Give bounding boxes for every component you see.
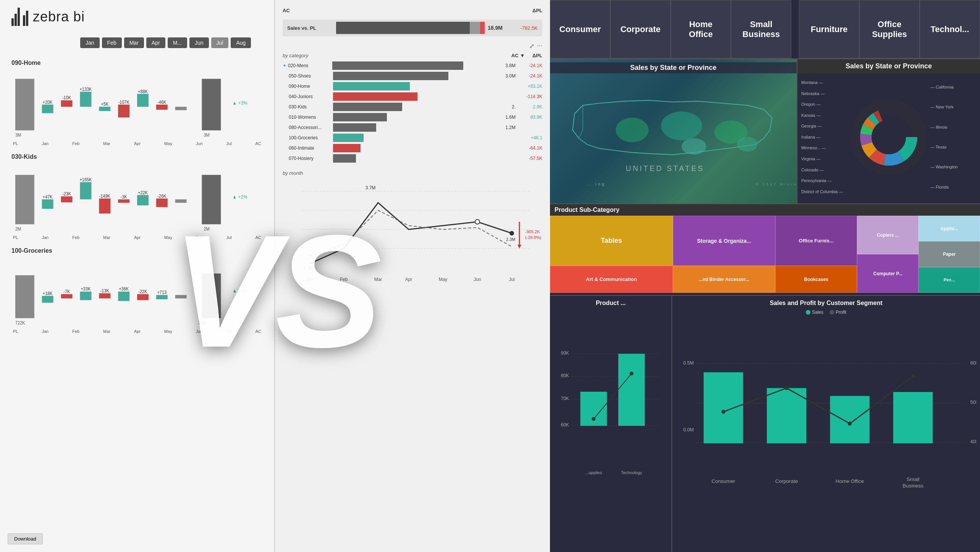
donut-section: Sales by State or Province Montana — Neb… [797, 59, 980, 203]
cat-delta-5: 83.9K [516, 115, 542, 120]
month-jan[interactable]: Jan [80, 37, 100, 48]
svg-rect-21 [42, 199, 53, 209]
svg-rect-35 [175, 199, 187, 203]
tm-paper: Paper [919, 241, 980, 267]
svg-rect-36 [202, 175, 221, 224]
waterfall-kids: +47K -23K +165K -149K -3K +22K -26K ▲ +2… [11, 164, 263, 233]
svg-text:...ing: ...ing [587, 182, 606, 186]
tm-applia: Applia... [919, 216, 980, 241]
cat-delta-0: -24.1K [516, 63, 542, 68]
cat-bar-4 [333, 103, 487, 111]
svg-text:Corporate: Corporate [775, 478, 798, 484]
legend-sales-dot [806, 310, 810, 315]
svg-rect-1 [42, 105, 53, 113]
svg-text:Feb: Feb [340, 277, 348, 282]
download-button[interactable]: Download [8, 533, 43, 544]
legend-row: Sales Profit [676, 310, 976, 315]
category-label-kids: 030-Kids [11, 153, 263, 160]
svg-rect-124 [893, 392, 933, 443]
filter-office-supplies-label: Office Supplies [864, 19, 915, 39]
tm-computer-p: Computer P... [857, 254, 919, 293]
svg-rect-23 [61, 196, 73, 202]
cat-name-0: 020-Mens [288, 63, 330, 68]
filter-office-supplies[interactable]: Office Supplies [859, 0, 920, 58]
svg-point-66 [509, 231, 514, 236]
svg-text:+36K: +36K [119, 286, 129, 292]
svg-rect-40 [15, 275, 34, 318]
svg-text:-149K: -149K [99, 193, 110, 199]
svg-text:+165K: +165K [79, 177, 92, 182]
svg-text:▲ +2%: ▲ +2% [232, 194, 247, 200]
filter-small-business[interactable]: Small Business [731, 0, 791, 58]
svg-text:-26K: -26K [157, 193, 166, 199]
category-030-kids: 030-Kids +47K -23K +165K -149K -3K +22K … [11, 153, 263, 240]
cat-delta-1: -24.1K [516, 73, 542, 79]
legend-sales: Sales [806, 310, 823, 315]
tm-copiers: Copiers ... [857, 216, 919, 254]
month-aug[interactable]: Aug [231, 37, 251, 48]
svg-text:Apr: Apr [405, 277, 412, 282]
filter-small-business-label: Small Business [742, 19, 780, 39]
cat-bar-6 [333, 123, 487, 132]
bar-chart-title: Product ... [554, 300, 668, 307]
filter-corporate[interactable]: Corporate [610, 0, 671, 58]
svg-rect-47 [99, 293, 110, 299]
svg-rect-43 [61, 294, 73, 299]
month-mar[interactable]: Mar [124, 37, 144, 48]
cat-name-6: 080-Accessori... [289, 125, 331, 130]
cat-row-4: 030-Kids 2. 2.9K [283, 103, 542, 111]
month-apr[interactable]: Apr [146, 37, 165, 48]
cat-val-5: 1.6M [489, 115, 516, 120]
svg-rect-33 [156, 199, 168, 207]
month-feb[interactable]: Feb [102, 37, 122, 48]
svg-text:60K: 60K [970, 360, 976, 366]
waterfall-groceries: +18K -7K +33K -13K +36K -22K +713 ▲ +6% … [11, 258, 263, 327]
svg-text:+5K: +5K [101, 102, 108, 107]
month-filter-row: Jan Feb Mar Apr M... Jun Jul Aug [80, 37, 263, 48]
svg-text:+20K: +20K [43, 99, 53, 105]
more-options-icon[interactable]: ··· [537, 42, 542, 50]
svg-point-65 [475, 220, 480, 224]
svg-point-109 [592, 417, 595, 421]
month-may[interactable]: M... [168, 37, 187, 48]
svg-text:+713: +713 [157, 290, 167, 295]
ac-dropdown[interactable]: AC ▼ [511, 53, 525, 58]
month-jun[interactable]: Jun [189, 37, 209, 48]
svg-rect-49 [118, 292, 129, 301]
svg-text:Home Office: Home Office [836, 478, 864, 484]
svg-text:40K: 40K [970, 439, 976, 444]
svg-text:-905.2K: -905.2K [525, 229, 540, 234]
chart-header: AC ΔPL [283, 8, 542, 13]
svg-rect-9 [118, 105, 129, 118]
filter-home-office[interactable]: Home Office [671, 0, 731, 58]
svg-text:0.5M: 0.5M [683, 360, 694, 366]
category-090-home: 090-Home +20K -10K +133K +5K -107K [11, 60, 263, 146]
svg-text:(-28.0%): (-28.0%) [525, 235, 541, 240]
svg-text:Small: Small [907, 476, 920, 482]
filter-consumer[interactable]: Consumer [550, 0, 610, 58]
svg-text:+33K: +33K [81, 286, 91, 292]
category-100-groceries: 100-Groceries +18K -7K +33K -13K +36K -2… [11, 247, 263, 334]
tm-bookcases: Bookcases [775, 266, 857, 293]
cat-bar-7 [333, 134, 487, 142]
cat-name-7: 100-Groceries [289, 135, 331, 140]
svg-rect-11 [137, 94, 149, 107]
svg-text:2M: 2M [15, 226, 21, 232]
legend-profit-label: Profit [836, 310, 846, 315]
svg-text:-13K: -13K [100, 288, 109, 293]
tm-storage: Storage & Organiza... [673, 216, 775, 266]
svg-text:Business: Business [902, 483, 923, 489]
svg-rect-3 [61, 100, 73, 107]
category-label-home: 090-Home [11, 60, 263, 66]
cat-row-3: 040-Juniors -114.3K [283, 92, 542, 101]
ac-label: AC [283, 8, 290, 13]
cat-row-1: 050-Shoes 3.0M -24.1K [283, 72, 542, 80]
legend-profit-dot [830, 310, 834, 315]
cat-row-5: 010-Womens 1.6M 83.9K [283, 113, 542, 121]
axis-labels-home: PL Jan Feb Mar Apr May Jun Jul AC [11, 141, 263, 146]
expand-icon[interactable]: ⤢ [529, 42, 534, 50]
filter-technology[interactable]: Technol... [920, 0, 980, 58]
month-jul[interactable]: Jul [211, 37, 229, 48]
svg-rect-5 [80, 92, 91, 107]
filter-furniture[interactable]: Furniture [799, 0, 859, 58]
